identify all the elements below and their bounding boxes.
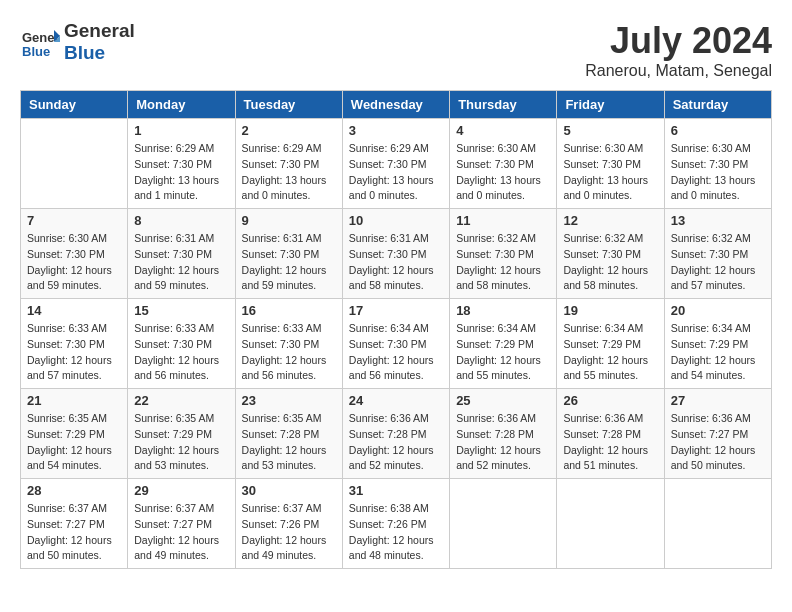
day-number: 19: [563, 303, 657, 318]
day-number: 23: [242, 393, 336, 408]
svg-text:Blue: Blue: [22, 44, 50, 59]
day-number: 10: [349, 213, 443, 228]
day-number: 24: [349, 393, 443, 408]
logo-general: General: [64, 20, 135, 42]
day-info: Sunrise: 6:35 AMSunset: 7:29 PMDaylight:…: [27, 411, 121, 474]
logo-icon: General Blue: [20, 22, 60, 62]
day-cell: 24Sunrise: 6:36 AMSunset: 7:28 PMDayligh…: [342, 389, 449, 479]
week-row-3: 14Sunrise: 6:33 AMSunset: 7:30 PMDayligh…: [21, 299, 772, 389]
day-number: 2: [242, 123, 336, 138]
day-info: Sunrise: 6:29 AMSunset: 7:30 PMDaylight:…: [134, 141, 228, 204]
day-number: 5: [563, 123, 657, 138]
day-info: Sunrise: 6:35 AMSunset: 7:29 PMDaylight:…: [134, 411, 228, 474]
day-cell: 5Sunrise: 6:30 AMSunset: 7:30 PMDaylight…: [557, 119, 664, 209]
day-info: Sunrise: 6:35 AMSunset: 7:28 PMDaylight:…: [242, 411, 336, 474]
day-cell: [21, 119, 128, 209]
day-cell: 21Sunrise: 6:35 AMSunset: 7:29 PMDayligh…: [21, 389, 128, 479]
calendar-table: SundayMondayTuesdayWednesdayThursdayFrid…: [20, 90, 772, 569]
day-cell: 7Sunrise: 6:30 AMSunset: 7:30 PMDaylight…: [21, 209, 128, 299]
day-info: Sunrise: 6:36 AMSunset: 7:28 PMDaylight:…: [563, 411, 657, 474]
week-row-2: 7Sunrise: 6:30 AMSunset: 7:30 PMDaylight…: [21, 209, 772, 299]
col-header-sunday: Sunday: [21, 91, 128, 119]
day-cell: 16Sunrise: 6:33 AMSunset: 7:30 PMDayligh…: [235, 299, 342, 389]
day-cell: 6Sunrise: 6:30 AMSunset: 7:30 PMDaylight…: [664, 119, 771, 209]
month-title: July 2024: [585, 20, 772, 62]
day-info: Sunrise: 6:37 AMSunset: 7:26 PMDaylight:…: [242, 501, 336, 564]
day-info: Sunrise: 6:36 AMSunset: 7:28 PMDaylight:…: [456, 411, 550, 474]
day-info: Sunrise: 6:33 AMSunset: 7:30 PMDaylight:…: [242, 321, 336, 384]
day-cell: 10Sunrise: 6:31 AMSunset: 7:30 PMDayligh…: [342, 209, 449, 299]
col-header-tuesday: Tuesday: [235, 91, 342, 119]
day-cell: 26Sunrise: 6:36 AMSunset: 7:28 PMDayligh…: [557, 389, 664, 479]
day-cell: 20Sunrise: 6:34 AMSunset: 7:29 PMDayligh…: [664, 299, 771, 389]
day-number: 9: [242, 213, 336, 228]
day-info: Sunrise: 6:30 AMSunset: 7:30 PMDaylight:…: [456, 141, 550, 204]
col-header-saturday: Saturday: [664, 91, 771, 119]
page-header: General Blue General Blue July 2024 Rane…: [20, 20, 772, 80]
col-header-thursday: Thursday: [450, 91, 557, 119]
day-info: Sunrise: 6:36 AMSunset: 7:27 PMDaylight:…: [671, 411, 765, 474]
day-cell: 18Sunrise: 6:34 AMSunset: 7:29 PMDayligh…: [450, 299, 557, 389]
day-cell: 3Sunrise: 6:29 AMSunset: 7:30 PMDaylight…: [342, 119, 449, 209]
day-info: Sunrise: 6:31 AMSunset: 7:30 PMDaylight:…: [242, 231, 336, 294]
day-cell: 13Sunrise: 6:32 AMSunset: 7:30 PMDayligh…: [664, 209, 771, 299]
day-cell: 1Sunrise: 6:29 AMSunset: 7:30 PMDaylight…: [128, 119, 235, 209]
day-cell: 9Sunrise: 6:31 AMSunset: 7:30 PMDaylight…: [235, 209, 342, 299]
day-number: 25: [456, 393, 550, 408]
day-info: Sunrise: 6:32 AMSunset: 7:30 PMDaylight:…: [563, 231, 657, 294]
day-cell: [557, 479, 664, 569]
day-cell: [664, 479, 771, 569]
day-cell: 4Sunrise: 6:30 AMSunset: 7:30 PMDaylight…: [450, 119, 557, 209]
day-cell: 17Sunrise: 6:34 AMSunset: 7:30 PMDayligh…: [342, 299, 449, 389]
day-info: Sunrise: 6:33 AMSunset: 7:30 PMDaylight:…: [27, 321, 121, 384]
day-cell: 25Sunrise: 6:36 AMSunset: 7:28 PMDayligh…: [450, 389, 557, 479]
day-cell: [450, 479, 557, 569]
day-number: 3: [349, 123, 443, 138]
day-cell: 28Sunrise: 6:37 AMSunset: 7:27 PMDayligh…: [21, 479, 128, 569]
day-number: 11: [456, 213, 550, 228]
day-cell: 23Sunrise: 6:35 AMSunset: 7:28 PMDayligh…: [235, 389, 342, 479]
day-number: 26: [563, 393, 657, 408]
day-number: 16: [242, 303, 336, 318]
day-number: 1: [134, 123, 228, 138]
day-info: Sunrise: 6:38 AMSunset: 7:26 PMDaylight:…: [349, 501, 443, 564]
day-info: Sunrise: 6:29 AMSunset: 7:30 PMDaylight:…: [242, 141, 336, 204]
day-number: 18: [456, 303, 550, 318]
day-cell: 31Sunrise: 6:38 AMSunset: 7:26 PMDayligh…: [342, 479, 449, 569]
day-number: 14: [27, 303, 121, 318]
day-cell: 29Sunrise: 6:37 AMSunset: 7:27 PMDayligh…: [128, 479, 235, 569]
day-number: 12: [563, 213, 657, 228]
day-info: Sunrise: 6:33 AMSunset: 7:30 PMDaylight:…: [134, 321, 228, 384]
day-number: 28: [27, 483, 121, 498]
logo: General Blue General Blue: [20, 20, 135, 64]
week-row-5: 28Sunrise: 6:37 AMSunset: 7:27 PMDayligh…: [21, 479, 772, 569]
day-info: Sunrise: 6:30 AMSunset: 7:30 PMDaylight:…: [27, 231, 121, 294]
day-info: Sunrise: 6:32 AMSunset: 7:30 PMDaylight:…: [671, 231, 765, 294]
day-info: Sunrise: 6:34 AMSunset: 7:29 PMDaylight:…: [456, 321, 550, 384]
day-info: Sunrise: 6:31 AMSunset: 7:30 PMDaylight:…: [349, 231, 443, 294]
day-cell: 19Sunrise: 6:34 AMSunset: 7:29 PMDayligh…: [557, 299, 664, 389]
day-info: Sunrise: 6:30 AMSunset: 7:30 PMDaylight:…: [671, 141, 765, 204]
day-number: 30: [242, 483, 336, 498]
location: Ranerou, Matam, Senegal: [585, 62, 772, 80]
day-cell: 12Sunrise: 6:32 AMSunset: 7:30 PMDayligh…: [557, 209, 664, 299]
day-number: 27: [671, 393, 765, 408]
day-info: Sunrise: 6:31 AMSunset: 7:30 PMDaylight:…: [134, 231, 228, 294]
day-info: Sunrise: 6:36 AMSunset: 7:28 PMDaylight:…: [349, 411, 443, 474]
day-number: 22: [134, 393, 228, 408]
day-number: 29: [134, 483, 228, 498]
day-number: 15: [134, 303, 228, 318]
day-cell: 14Sunrise: 6:33 AMSunset: 7:30 PMDayligh…: [21, 299, 128, 389]
title-block: July 2024 Ranerou, Matam, Senegal: [585, 20, 772, 80]
day-cell: 15Sunrise: 6:33 AMSunset: 7:30 PMDayligh…: [128, 299, 235, 389]
day-cell: 11Sunrise: 6:32 AMSunset: 7:30 PMDayligh…: [450, 209, 557, 299]
week-row-1: 1Sunrise: 6:29 AMSunset: 7:30 PMDaylight…: [21, 119, 772, 209]
day-number: 17: [349, 303, 443, 318]
day-info: Sunrise: 6:34 AMSunset: 7:30 PMDaylight:…: [349, 321, 443, 384]
day-info: Sunrise: 6:30 AMSunset: 7:30 PMDaylight:…: [563, 141, 657, 204]
day-number: 31: [349, 483, 443, 498]
col-header-wednesday: Wednesday: [342, 91, 449, 119]
day-number: 21: [27, 393, 121, 408]
day-info: Sunrise: 6:37 AMSunset: 7:27 PMDaylight:…: [27, 501, 121, 564]
day-number: 20: [671, 303, 765, 318]
